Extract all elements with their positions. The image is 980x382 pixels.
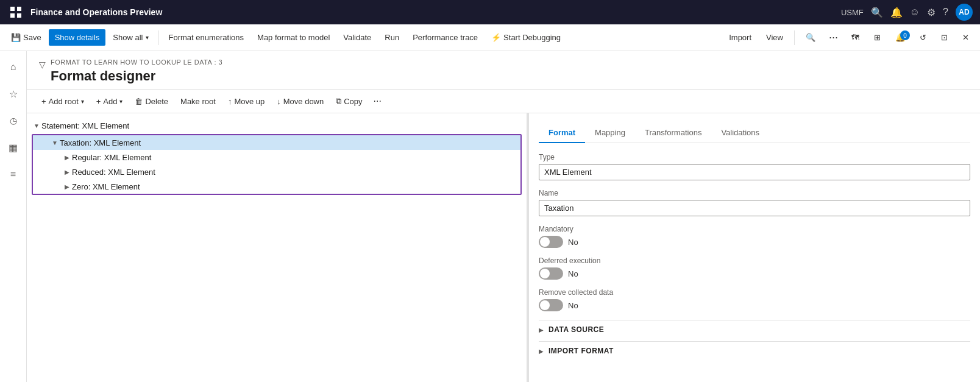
save-icon: 💾: [11, 33, 21, 42]
toolbar-more-button[interactable]: ···: [370, 93, 385, 109]
refresh-button[interactable]: ↺: [914, 29, 932, 46]
data-source-section[interactable]: ▶ DATA SOURCE: [539, 320, 970, 339]
type-label: Type: [539, 153, 970, 161]
nav-modules-icon[interactable]: ≡: [2, 163, 24, 185]
more-options-button[interactable]: ···: [824, 28, 843, 47]
add-root-chevron-icon: ▾: [81, 98, 84, 105]
cmd-search-button[interactable]: 🔍: [800, 29, 822, 46]
show-all-chevron-icon: ▾: [146, 34, 149, 41]
mandatory-label: Mandatory: [539, 225, 970, 233]
tab-transformations[interactable]: Transformations: [635, 123, 711, 143]
notification-container: 🔔 0: [889, 29, 911, 46]
move-up-button[interactable]: ↑ Move up: [223, 94, 269, 109]
tree-node-statement[interactable]: ▼ Statement: XML Element: [27, 118, 527, 133]
debug-icon: ⚡: [491, 33, 501, 42]
validate-button[interactable]: Validate: [337, 29, 377, 46]
show-details-button[interactable]: Show details: [49, 29, 106, 46]
gear-icon[interactable]: ⚙: [927, 7, 936, 18]
add-chevron-icon: ▾: [119, 98, 122, 105]
name-field-group: Name: [539, 189, 970, 216]
plus-icon: +: [41, 97, 46, 106]
taxation-group: ▼ Taxation: XML Element ▶ Regular: XML E…: [32, 134, 522, 195]
add-root-button[interactable]: + Add root ▾: [37, 94, 89, 109]
make-root-button[interactable]: Make root: [176, 94, 221, 109]
left-nav: ⌂ ☆ ◷ ▦ ≡: [0, 51, 27, 382]
taxation-collapse-icon[interactable]: ▼: [50, 138, 60, 147]
delete-icon: 🗑: [135, 97, 143, 106]
deferred-execution-toggle[interactable]: [539, 267, 563, 280]
separator-2: [794, 30, 795, 45]
deferred-execution-field-group: Deferred execution No: [539, 256, 970, 280]
copy-icon: ⧉: [336, 96, 341, 106]
smiley-icon[interactable]: ☺: [910, 7, 920, 18]
tab-bar: Format Mapping Transformations Validatio…: [539, 123, 970, 143]
main-content: ⌂ ☆ ◷ ▦ ≡ ▽ FORMAT TO LEARN HOW TO LOOKU…: [0, 51, 980, 382]
expand-button[interactable]: ⊞: [868, 29, 887, 46]
view-button[interactable]: View: [760, 29, 789, 46]
command-bar: 💾 Save Show details Show all ▾ Format en…: [0, 24, 980, 51]
regular-expand-icon[interactable]: ▶: [62, 152, 72, 162]
nav-workspaces-icon[interactable]: ▦: [2, 136, 24, 158]
delete-button[interactable]: 🗑 Delete: [130, 94, 173, 109]
map-icon-button[interactable]: 🗺: [845, 29, 865, 46]
filter-icon[interactable]: ▽: [39, 60, 46, 69]
close-button[interactable]: ✕: [956, 29, 975, 46]
svg-rect-3: [17, 13, 21, 18]
user-avatar[interactable]: AD: [956, 4, 973, 21]
name-input[interactable]: [539, 200, 970, 216]
properties-panel: Format Mapping Transformations Validatio…: [529, 113, 980, 382]
toolbar: + Add root ▾ + Add ▾ 🗑 Delete Make root …: [27, 90, 980, 113]
tab-mapping[interactable]: Mapping: [585, 123, 635, 143]
add-plus-icon: +: [96, 97, 101, 106]
page-title: Format designer: [51, 68, 222, 84]
deferred-execution-toggle-label: No: [568, 269, 578, 278]
svg-rect-1: [17, 7, 21, 11]
svg-rect-0: [10, 7, 15, 11]
app-title: Finance and Operations Preview: [30, 7, 835, 17]
start-debugging-button[interactable]: ⚡ Start Debugging: [485, 29, 567, 46]
title-right: USMF 🔍 🔔 ☺ ⚙ ? AD: [841, 4, 973, 21]
map-format-to-model-button[interactable]: Map format to model: [251, 29, 336, 46]
tree-node-reduced[interactable]: ▶ Reduced: XML Element: [33, 164, 520, 179]
zero-expand-icon[interactable]: ▶: [62, 182, 72, 191]
copy-button[interactable]: ⧉ Copy: [331, 93, 367, 109]
show-all-button[interactable]: Show all ▾: [107, 29, 154, 46]
add-button[interactable]: + Add ▾: [91, 94, 128, 109]
maximize-button[interactable]: ⊡: [935, 29, 954, 46]
nav-favorites-icon[interactable]: ☆: [2, 83, 24, 105]
search-icon[interactable]: 🔍: [871, 7, 883, 18]
app-grid-icon[interactable]: [7, 4, 24, 21]
bell-icon[interactable]: 🔔: [890, 7, 903, 18]
tab-format[interactable]: Format: [539, 123, 585, 143]
mandatory-toggle-row: No: [539, 236, 970, 248]
mandatory-toggle[interactable]: [539, 236, 563, 248]
page-header: ▽ FORMAT TO LEARN HOW TO LOOKUP LE DATA …: [27, 51, 980, 90]
remove-collected-data-toggle[interactable]: [539, 299, 563, 311]
format-enumerations-button[interactable]: Format enumerations: [163, 29, 250, 46]
data-source-label: DATA SOURCE: [549, 325, 604, 334]
page-content: ▽ FORMAT TO LEARN HOW TO LOOKUP LE DATA …: [27, 51, 980, 382]
save-button[interactable]: 💾 Save: [5, 29, 48, 46]
move-down-button[interactable]: ↓ Move down: [272, 94, 328, 109]
import-button[interactable]: Import: [723, 29, 758, 46]
type-field-group: Type: [539, 153, 970, 180]
import-format-section[interactable]: ▶ IMPORT FORMAT: [539, 341, 970, 360]
statement-collapse-icon[interactable]: ▼: [32, 121, 41, 130]
run-button[interactable]: Run: [378, 29, 405, 46]
tab-validations[interactable]: Validations: [711, 123, 769, 143]
remove-collected-data-toggle-row: No: [539, 299, 970, 311]
tree-node-zero[interactable]: ▶ Zero: XML Element: [33, 179, 520, 194]
remove-collected-data-field-group: Remove collected data No: [539, 288, 970, 311]
user-org: USMF: [841, 8, 864, 17]
split-pane: ▼ Statement: XML Element ▼ Taxation: XML…: [27, 113, 980, 382]
tree-node-taxation[interactable]: ▼ Taxation: XML Element: [33, 135, 520, 150]
help-icon[interactable]: ?: [943, 7, 948, 18]
nav-recent-icon[interactable]: ◷: [2, 110, 24, 132]
nav-home-icon[interactable]: ⌂: [2, 56, 24, 78]
performance-trace-button[interactable]: Performance trace: [407, 29, 484, 46]
tree-node-regular[interactable]: ▶ Regular: XML Element: [33, 150, 520, 164]
reduced-expand-icon[interactable]: ▶: [62, 167, 72, 177]
type-input[interactable]: [539, 164, 970, 180]
remove-collected-data-label: Remove collected data: [539, 288, 970, 297]
data-source-arrow-icon: ▶: [539, 327, 544, 333]
